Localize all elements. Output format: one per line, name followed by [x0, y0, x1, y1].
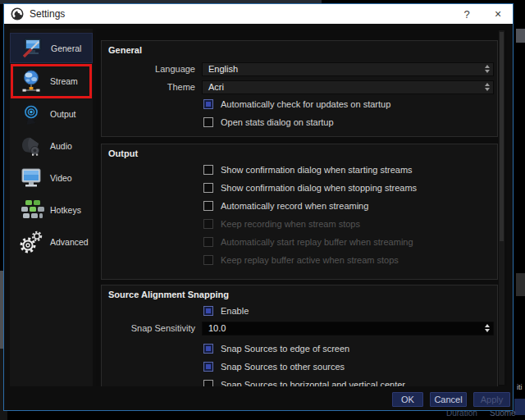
ok-button[interactable]: OK — [392, 392, 423, 407]
checkbox-snap-sources[interactable]: Snap Sources to other sources — [203, 361, 345, 372]
background-right-gray-block — [516, 273, 525, 296]
checkbox-auto-replay-buffer: Automatically start replay buffer when s… — [203, 236, 413, 248]
checkbox-icon[interactable] — [203, 344, 213, 354]
language-label: Language — [102, 62, 195, 76]
hotkeys-icon — [19, 198, 43, 222]
snap-sensitivity-row: Snap Sensitivity 10.0 — [102, 322, 497, 336]
cancel-button[interactable]: Cancel — [430, 392, 467, 407]
theme-label: Theme — [102, 80, 195, 94]
snapping-group: Source Alignment Snapping Enable Snap Se… — [101, 285, 498, 386]
checkbox-icon — [203, 219, 213, 229]
background-right-gray-block-top — [516, 29, 525, 43]
checkbox-label: Snap Sources to horizontal and vertical … — [221, 380, 405, 386]
checkbox-confirm-stop[interactable]: Show confirmation dialog when stopping s… — [203, 182, 417, 194]
output-icon — [19, 102, 43, 126]
theme-select[interactable]: Acri — [202, 80, 494, 94]
general-icon — [20, 36, 44, 61]
checkbox-label: Keep replay buffer active when stream st… — [221, 255, 399, 265]
snap-sensitivity-value: 10.0 — [208, 323, 226, 333]
sidebar-item-label: General — [51, 43, 81, 53]
checkbox-label: Automatically check for updates on start… — [221, 99, 390, 109]
checkbox-icon[interactable] — [203, 117, 213, 127]
video-icon — [19, 166, 43, 190]
sidebar-item-label: Video — [50, 173, 72, 183]
checkbox-icon — [203, 255, 213, 265]
checkbox-keep-recording: Keep recording when stream stops — [203, 218, 360, 230]
checkbox-snapping-enable[interactable]: Enable — [203, 305, 249, 317]
checkbox-icon[interactable] — [203, 362, 213, 372]
checkbox-label: Show confirmation dialog when starting s… — [221, 165, 413, 175]
settings-sidebar: General Str — [10, 29, 93, 386]
checkbox-icon[interactable] — [203, 201, 213, 211]
screen: iti Duration Suome Settings ? × — [0, 0, 525, 420]
checkbox-snap-center[interactable]: Snap Sources to horizontal and vertical … — [203, 379, 405, 386]
close-button[interactable]: × — [485, 4, 511, 24]
sidebar-item-stream[interactable]: Stream — [10, 66, 93, 96]
snap-sensitivity-spinbox[interactable]: 10.0 — [202, 322, 494, 336]
checkbox-icon[interactable] — [203, 306, 213, 316]
sidebar-item-label: Output — [50, 109, 76, 119]
checkbox-label: Snap Sources to edge of screen — [221, 344, 349, 354]
settings-dialog: Settings ? × General — [3, 3, 514, 411]
output-group-title: Output — [108, 148, 138, 158]
checkbox-snap-edge[interactable]: Snap Sources to edge of screen — [203, 343, 349, 354]
sidebar-item-audio[interactable]: Audio — [10, 130, 93, 161]
sidebar-item-hotkeys[interactable]: Hotkeys — [10, 194, 93, 225]
checkbox-icon[interactable] — [203, 99, 213, 109]
output-group: Output Show confirmation dialog when sta… — [101, 144, 498, 280]
checkbox-auto-record[interactable]: Automatically record when streaming — [203, 200, 368, 212]
combo-arrows-icon — [485, 83, 490, 91]
checkbox-label: Automatically record when streaming — [221, 201, 368, 211]
general-group: General Language English Theme Acri — [101, 40, 498, 137]
checkbox-icon[interactable] — [203, 165, 213, 175]
sidebar-item-general[interactable]: General — [10, 33, 93, 63]
combo-arrows-icon — [485, 65, 490, 73]
dialog-title: Settings — [30, 8, 65, 20]
checkbox-confirm-start[interactable]: Show confirmation dialog when starting s… — [203, 164, 413, 176]
checkbox-auto-update[interactable]: Automatically check for updates on start… — [203, 98, 390, 110]
checkbox-open-stats[interactable]: Open stats dialog on startup — [203, 116, 334, 128]
sidebar-item-video[interactable]: Video — [10, 162, 93, 193]
snap-sensitivity-label: Snap Sensitivity — [102, 322, 195, 336]
sidebar-item-advanced[interactable]: Advanced — [10, 226, 93, 257]
language-select[interactable]: English — [202, 62, 494, 76]
titlebar[interactable]: Settings ? × — [4, 4, 513, 24]
checkbox-label: Snap Sources to other sources — [221, 362, 345, 372]
sidebar-item-label: Stream — [50, 76, 78, 86]
checkbox-label: Show confirmation dialog when stopping s… — [221, 183, 417, 193]
help-button[interactable]: ? — [454, 4, 480, 24]
checkbox-label: Keep recording when stream stops — [221, 219, 360, 229]
checkbox-label: Automatically start replay buffer when s… — [221, 237, 413, 247]
settings-scroll-area: General Language English Theme Acri — [96, 29, 507, 386]
language-value: English — [208, 64, 238, 74]
language-row: Language English — [102, 62, 497, 76]
checkbox-label: Open stats dialog on startup — [221, 117, 334, 127]
audio-icon — [19, 134, 43, 158]
checkbox-icon[interactable] — [203, 380, 213, 386]
stream-icon — [19, 69, 43, 94]
sidebar-item-label: Hotkeys — [50, 205, 81, 215]
obs-logo-icon — [11, 7, 24, 21]
spinner-arrows-icon[interactable] — [485, 324, 490, 332]
sidebar-item-label: Audio — [50, 141, 72, 151]
background-right-edge-text: iti — [517, 383, 523, 391]
theme-value: Acri — [208, 82, 224, 92]
vertical-scrollbar[interactable] — [499, 30, 504, 385]
scrollbar-thumb[interactable] — [500, 32, 504, 241]
checkbox-label: Enable — [221, 306, 249, 316]
sidebar-item-label: Advanced — [50, 237, 89, 247]
snapping-group-title: Source Alignment Snapping — [108, 290, 229, 299]
checkbox-icon — [203, 237, 213, 247]
apply-button: Apply — [473, 392, 510, 407]
checkbox-icon[interactable] — [203, 183, 213, 193]
checkbox-keep-replay-buffer: Keep replay buffer active when stream st… — [203, 254, 399, 266]
advanced-icon — [19, 230, 43, 254]
theme-row: Theme Acri — [102, 80, 497, 94]
general-group-title: General — [108, 45, 142, 55]
sidebar-item-output[interactable]: Output — [10, 98, 93, 129]
